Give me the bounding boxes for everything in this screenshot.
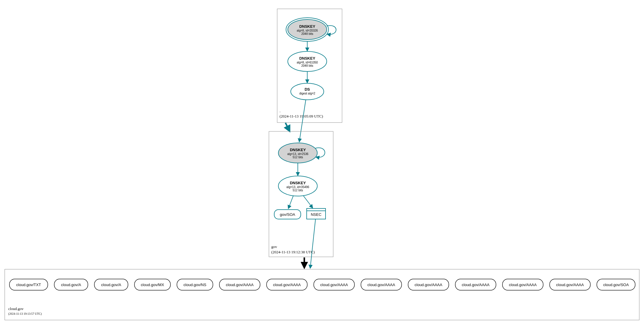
rrset-node: cloud.gov/A	[54, 279, 88, 290]
rrset-node: cloud.gov/NS	[177, 279, 213, 290]
rrset-label: cloud.gov/A	[101, 283, 121, 287]
rrset-label: cloud.gov/AAAA	[462, 283, 489, 287]
node-root-zsk: DNSKEY alg=8, id=61050 2048 bits	[288, 51, 327, 71]
rrset-row: cloud.gov/TXTcloud.gov/Acloud.gov/Acloud…	[9, 279, 635, 290]
svg-text:gov/SOA: gov/SOA	[280, 212, 295, 217]
rrset-node: cloud.gov/SOA	[597, 279, 635, 290]
node-gov-zsk: DNSKEY alg=13, id=35496 512 bits	[278, 176, 317, 196]
rrset-label: cloud.gov/AAAA	[556, 283, 584, 287]
svg-text:alg=8, id=20326: alg=8, id=20326	[297, 29, 318, 32]
rrset-label: cloud.gov/AAAA	[509, 283, 537, 287]
zone-root-name: .	[280, 109, 280, 113]
svg-text:512 bits: 512 bits	[293, 156, 303, 159]
zone-cloudgov-timestamp: (2024-11-13 19:13:57 UTC)	[8, 312, 42, 316]
node-gov-soa: gov/SOA	[274, 210, 301, 219]
rrset-node: cloud.gov/AAAA	[361, 279, 402, 290]
rrset-node: cloud.gov/AAAA	[455, 279, 496, 290]
svg-text:alg=13, id=35496: alg=13, id=35496	[286, 185, 309, 189]
rrset-label: cloud.gov/SOA	[603, 283, 629, 287]
rrset-node: cloud.gov/AAAA	[502, 279, 543, 290]
dnssec-diagram: . (2024-11-13 19:05:09 UTC) DNSKEY alg=8…	[0, 0, 644, 323]
rrset-label: cloud.gov/AAAA	[273, 283, 301, 287]
svg-text:DNSKEY: DNSKEY	[299, 56, 316, 61]
zone-gov: gov (2024-11-13 19:12:38 UTC) DNSKEY alg…	[269, 131, 333, 257]
zone-root: . (2024-11-13 19:05:09 UTC) DNSKEY alg=8…	[277, 9, 342, 123]
rrset-label: cloud.gov/MX	[141, 283, 164, 287]
node-gov-nsec: NSEC	[307, 208, 326, 219]
svg-text:DS: DS	[305, 87, 310, 92]
rrset-label: cloud.gov/NS	[183, 283, 206, 287]
rrset-label: cloud.gov/AAAA	[320, 283, 348, 287]
svg-text:alg=13, id=2536: alg=13, id=2536	[287, 152, 308, 156]
zone-cloudgov: cloud.gov (2024-11-13 19:13:57 UTC) clou…	[5, 269, 639, 320]
node-root-ds: DS digest alg=2	[291, 83, 324, 100]
svg-text:digest alg=2: digest alg=2	[299, 92, 316, 95]
node-root-ksk: DNSKEY alg=8, id=20326 2048 bits	[286, 18, 328, 41]
node-gov-ksk: DNSKEY alg=13, id=2536 512 bits	[278, 143, 317, 163]
rrset-node: cloud.gov/A	[94, 279, 128, 290]
svg-text:alg=8, id=61050: alg=8, id=61050	[297, 61, 318, 64]
rrset-node: cloud.gov/AAAA	[314, 279, 354, 290]
svg-rect-27	[5, 269, 639, 320]
zone-gov-timestamp: (2024-11-13 19:12:38 UTC)	[271, 250, 315, 254]
rrset-label: cloud.gov/AAAA	[367, 283, 395, 287]
edge-root-to-gov-zone	[285, 123, 289, 130]
zone-root-timestamp: (2024-11-13 19:05:09 UTC)	[280, 114, 323, 118]
svg-text:DNSKEY: DNSKEY	[290, 181, 306, 185]
svg-text:NSEC: NSEC	[311, 212, 321, 217]
svg-point-10	[291, 83, 324, 100]
rrset-node: cloud.gov/AAAA	[408, 279, 449, 290]
zone-gov-name: gov	[271, 244, 277, 249]
edge-gov-zsk-soa	[288, 195, 293, 208]
svg-text:512 bits: 512 bits	[293, 189, 303, 192]
zone-cloudgov-name: cloud.gov	[8, 306, 24, 311]
svg-text:2048 bits: 2048 bits	[301, 64, 313, 67]
rrset-label: cloud.gov/A	[61, 283, 81, 287]
rrset-node: cloud.gov/AAAA	[267, 279, 307, 290]
rrset-node: cloud.gov/AAAA	[219, 279, 260, 290]
rrset-label: cloud.gov/AAAA	[415, 283, 442, 287]
edge-root-ds-to-gov-ksk	[299, 100, 306, 142]
svg-text:DNSKEY: DNSKEY	[290, 148, 306, 152]
rrset-node: cloud.gov/MX	[134, 279, 170, 290]
svg-text:2048 bits: 2048 bits	[301, 32, 313, 35]
rrset-node: cloud.gov/TXT	[9, 279, 48, 290]
rrset-node: cloud.gov/AAAA	[550, 279, 590, 290]
rrset-label: cloud.gov/AAAA	[226, 283, 254, 287]
edge-gov-zsk-nsec	[303, 195, 313, 208]
rrset-label: cloud.gov/TXT	[16, 283, 41, 287]
svg-text:DNSKEY: DNSKEY	[299, 24, 316, 29]
edge-gov-nsec-to-cloudgov	[310, 219, 316, 268]
